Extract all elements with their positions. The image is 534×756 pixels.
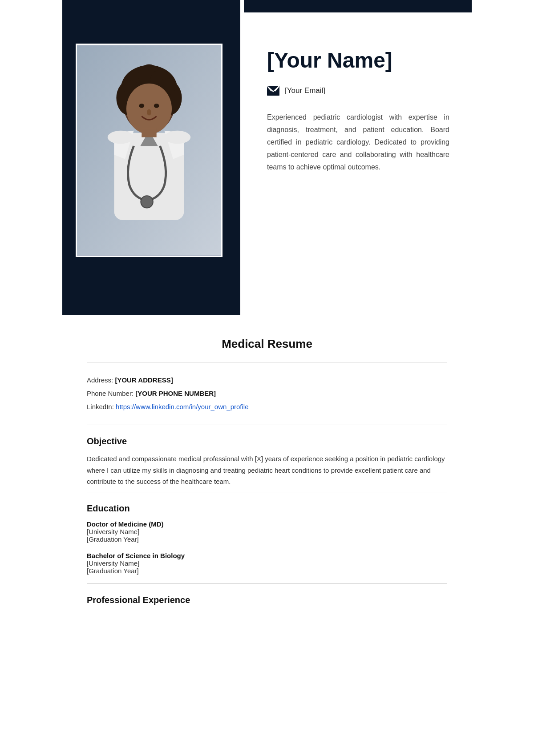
linkedin-line: LinkedIn: https://www.linkedin.com/in/yo… [87,400,447,414]
objective-section: Objective Dedicated and compassionate me… [87,436,447,487]
person-name: [Your Name] [267,48,449,72]
linkedin-link[interactable]: https://www.linkedin.com/in/your_own_pro… [116,403,248,410]
edu-year-2: [Graduation Year] [87,567,447,575]
divider-3 [87,492,447,492]
photo-container [76,44,240,315]
divider-2 [87,425,447,425]
edu-degree-2: Bachelor of Science in Biology [87,552,447,559]
edu-year-1: [Graduation Year] [87,535,447,543]
phone-value: [YOUR PHONE NUMBER] [135,390,216,397]
edu-school-1: [University Name] [87,528,447,535]
main-content: Medical Resume Address: [YOUR ADDRESS] P… [62,315,472,632]
divider-4 [87,583,447,584]
phone-label: Phone Number: [87,390,134,397]
svg-point-14 [147,109,151,116]
left-panel [62,12,240,315]
edu-entry-1: Doctor of Medicine (MD) [University Name… [87,520,447,543]
header-section: [Your Name] [Your Email] Experienced ped… [62,12,472,315]
address-label: Address: [87,376,113,384]
address-value: [YOUR ADDRESS] [115,376,173,384]
edu-school-2: [University Name] [87,559,447,567]
svg-point-21 [108,131,134,144]
right-panel: [Your Name] [Your Email] Experienced ped… [240,12,472,315]
education-title: Education [87,503,447,514]
photo-frame [76,44,222,257]
objective-title: Objective [87,436,447,446]
email-icon [267,86,279,96]
top-bar-right [244,0,472,12]
edu-entry-2: Bachelor of Science in Biology [Universi… [87,552,447,575]
email-text: [Your Email] [285,86,325,95]
bio-text: Experienced pediatric cardiologist with … [267,111,449,173]
doctor-photo [77,45,221,256]
svg-point-13 [154,104,159,108]
address-line: Address: [YOUR ADDRESS] [87,374,447,387]
svg-point-12 [139,104,144,108]
top-bar [62,0,472,12]
resume-title: Medical Resume [87,337,447,351]
email-row: [Your Email] [267,86,449,96]
svg-point-11 [126,84,172,134]
svg-point-19 [141,196,153,208]
linkedin-label: LinkedIn: [87,403,114,410]
top-bar-left [62,0,240,12]
professional-experience-section: Professional Experience [87,595,447,605]
top-bar-gap [240,0,244,12]
objective-text: Dedicated and compassionate medical prof… [87,453,447,487]
edu-degree-1: Doctor of Medicine (MD) [87,520,447,528]
divider-1 [87,362,447,362]
education-section: Education Doctor of Medicine (MD) [Unive… [87,503,447,575]
svg-rect-20 [142,129,156,137]
phone-line: Phone Number: [YOUR PHONE NUMBER] [87,387,447,400]
professional-experience-title: Professional Experience [87,595,447,605]
svg-point-22 [164,131,190,144]
contact-block: Address: [YOUR ADDRESS] Phone Number: [Y… [87,374,447,414]
